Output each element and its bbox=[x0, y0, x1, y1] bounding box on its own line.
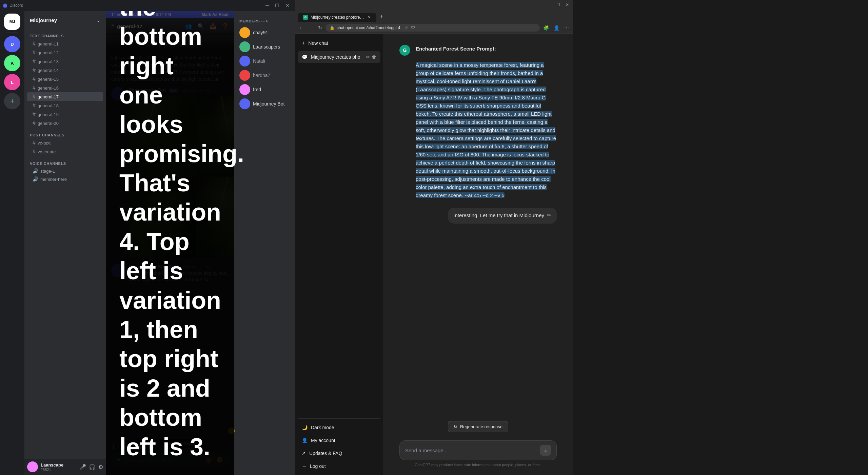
channel-item-stage2[interactable]: 🔊 member-here bbox=[27, 175, 103, 183]
emoji-picker-icon[interactable]: 🙂 bbox=[216, 457, 223, 463]
help-icon[interactable]: ❓ bbox=[222, 23, 229, 30]
sticker-icon[interactable]: 🎨 bbox=[148, 444, 155, 450]
back-button[interactable]: ← bbox=[298, 24, 305, 31]
server-icon-midjourney[interactable]: MJ bbox=[4, 14, 20, 30]
maximize-button[interactable]: ☐ bbox=[272, 2, 282, 9]
send-button[interactable]: ▲ bbox=[540, 445, 551, 456]
dark-mode-item[interactable]: 🌙 Dark mode bbox=[298, 421, 380, 434]
message-input[interactable] bbox=[124, 457, 201, 463]
bookmark-icon[interactable]: ☆ bbox=[405, 25, 408, 30]
channel-name: vc-text bbox=[38, 140, 51, 146]
upload-icon[interactable]: ⬆ bbox=[111, 444, 116, 450]
channel-item-general-20[interactable]: # general-20 bbox=[27, 119, 103, 128]
chat-icon: 💬 bbox=[302, 54, 308, 60]
response-heading: Enchanted Forest Scene Prompt: bbox=[416, 46, 496, 52]
my-account-label: My account bbox=[311, 438, 335, 443]
channel-item-general-19[interactable]: # general-19 bbox=[27, 110, 103, 119]
more-options-icon[interactable]: ⋯ bbox=[563, 24, 570, 31]
send-icon: ▲ bbox=[543, 448, 548, 453]
mark-as-read-button[interactable]: Mark As Read bbox=[202, 12, 229, 17]
search-icon[interactable]: 🔍 bbox=[197, 23, 204, 30]
log-out-item[interactable]: → Log out bbox=[298, 460, 380, 472]
gift-icon[interactable]: 🎁 bbox=[205, 457, 212, 463]
hash-icon: # bbox=[33, 76, 36, 82]
settings-icon[interactable]: ⚙ bbox=[98, 464, 103, 470]
chatgpt-messages: G Enchanted Forest Scene Prompt: A magic… bbox=[383, 34, 573, 421]
avatar bbox=[111, 87, 125, 100]
minimize-button[interactable]: ─ bbox=[547, 2, 552, 8]
chat-main: 14 new messages since 6:14 PM Mark As Re… bbox=[106, 11, 234, 475]
member-name: bardha7 bbox=[253, 73, 270, 78]
channel-item-vc-create[interactable]: # vc-create bbox=[27, 147, 103, 156]
member-name: Midjourney Bot bbox=[253, 101, 284, 107]
lock-icon: 🔒 bbox=[330, 25, 335, 30]
post-channels-header: POST CHANNELS bbox=[24, 128, 106, 138]
notification-bar[interactable]: 14 new messages since 6:14 PM Mark As Re… bbox=[106, 11, 234, 18]
channel-name: member-here bbox=[40, 177, 67, 182]
inbox-icon[interactable]: 📥 bbox=[210, 23, 216, 30]
delete-icon[interactable]: 🗑 bbox=[372, 54, 376, 60]
header-icons: 👥 🔍 📥 ❓ bbox=[185, 23, 229, 30]
channel-item-general-14[interactable]: # general-14 bbox=[27, 66, 103, 75]
image-variation-2 bbox=[197, 95, 234, 176]
channel-name: general-15 bbox=[38, 77, 59, 82]
channel-item-general-16[interactable]: # general-16 bbox=[27, 83, 103, 92]
message-content: Midjourney Bot BOT Today at 6:25 PM Card… bbox=[129, 264, 229, 283]
my-account-item[interactable]: 👤 My account bbox=[298, 434, 380, 446]
edit-message-icon[interactable]: ✏ bbox=[547, 212, 551, 220]
member-item[interactable]: fred bbox=[237, 83, 292, 96]
avatar bbox=[239, 41, 250, 52]
close-button[interactable]: ✕ bbox=[564, 2, 570, 8]
gpt-response-text: Enchanted Forest Scene Prompt: A magical… bbox=[416, 45, 557, 200]
server-name-header[interactable]: Midjourney ⌄ bbox=[24, 11, 106, 27]
member-item[interactable]: chay91 bbox=[237, 26, 292, 39]
channel-item-stage1[interactable]: 🔊 stage-1 bbox=[27, 167, 103, 175]
microphone-icon[interactable]: 🎤 bbox=[79, 464, 86, 470]
address-bar[interactable]: 🔒 chat.openai.com/chat?model=gpt-4 ☆ 🛡 bbox=[326, 24, 540, 32]
user-bubble: Interesting. Let me try that in Midjourn… bbox=[448, 208, 557, 224]
channel-item-general-11[interactable]: # general-11 bbox=[27, 39, 103, 48]
forward-button[interactable]: → bbox=[307, 24, 315, 31]
updates-faq-item[interactable]: ↗ Updates & FAQ bbox=[298, 447, 380, 459]
user-discriminator: #5521 bbox=[41, 468, 77, 472]
headphone-icon[interactable]: 🎧 bbox=[89, 464, 96, 470]
minimize-button[interactable]: ─ bbox=[263, 2, 272, 9]
moon-icon: 🌙 bbox=[302, 425, 308, 430]
discord-title-text: Discord bbox=[9, 3, 23, 8]
channel-item-general-12[interactable]: # general-12 bbox=[27, 48, 103, 57]
regenerate-button[interactable]: ↻ Regenerate response bbox=[448, 421, 508, 432]
channel-name: general-16 bbox=[38, 86, 59, 91]
member-item[interactable]: Laanscapers bbox=[237, 40, 292, 54]
reload-button[interactable]: ↻ bbox=[317, 24, 323, 31]
channel-item-general-13[interactable]: # general-13 bbox=[27, 57, 103, 66]
new-chat-button[interactable]: + New chat bbox=[298, 37, 380, 50]
channel-item-vc-text[interactable]: # vc-text bbox=[27, 138, 103, 147]
image-variation-3 bbox=[129, 177, 196, 258]
restore-button[interactable]: ☐ bbox=[555, 2, 561, 8]
channel-item-general-17[interactable]: # general-17 bbox=[27, 92, 103, 101]
channel-item-general-15[interactable]: # general-15 bbox=[27, 75, 103, 83]
member-item[interactable]: Natali bbox=[237, 54, 292, 68]
chatgpt-input-area: ▲ ChatGPT may produce inaccurate informa… bbox=[383, 435, 573, 475]
browser-title-bar: ─ ☐ ✕ bbox=[295, 0, 573, 10]
server-icon-3[interactable]: L bbox=[4, 74, 20, 90]
close-button[interactable]: ✕ bbox=[283, 2, 292, 9]
server-icon-1[interactable]: D bbox=[4, 36, 20, 52]
members-icon[interactable]: 👥 bbox=[185, 23, 192, 30]
tab-close-button[interactable]: ✕ bbox=[368, 15, 371, 20]
member-item[interactable]: bardha7 bbox=[237, 69, 292, 82]
channel-item-general-18[interactable]: # general-18 bbox=[27, 101, 103, 110]
extensions-icon[interactable]: 🧩 bbox=[542, 24, 550, 31]
server-icon-2[interactable]: A bbox=[4, 55, 20, 71]
chatgpt-message-input[interactable] bbox=[405, 448, 536, 453]
edit-icon[interactable]: ✏ bbox=[366, 54, 370, 60]
chat-history-item[interactable]: 💬 Midjourney creates pho ✏ 🗑 bbox=[298, 51, 380, 63]
profile-icon[interactable]: 👤 bbox=[552, 24, 561, 31]
add-server-icon[interactable]: + bbox=[4, 93, 20, 109]
new-tab-button[interactable]: + bbox=[377, 12, 386, 22]
member-item[interactable]: Midjourney Bot bbox=[237, 97, 292, 111]
browser-tab-active[interactable]: G Midjourney creates photorealis... ✕ bbox=[298, 13, 376, 22]
plus-icon[interactable]: + bbox=[117, 456, 120, 463]
emoji-icon[interactable]: 😊 bbox=[136, 444, 142, 450]
gif-icon[interactable]: GIF bbox=[121, 444, 130, 450]
